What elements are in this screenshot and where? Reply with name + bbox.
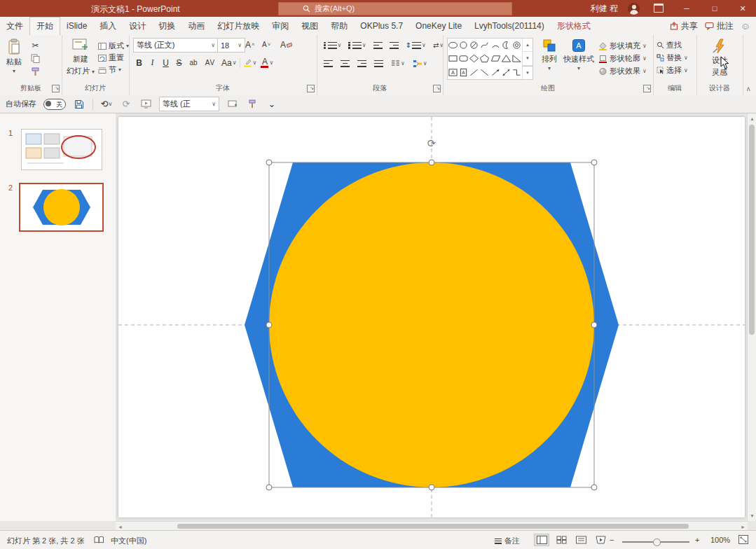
align-center-button[interactable]: [339, 57, 351, 69]
italic-button[interactable]: I: [146, 57, 158, 69]
autosave-toggle[interactable]: 关: [43, 99, 66, 110]
close-button[interactable]: ✕: [734, 4, 752, 13]
zoom-slider-knob[interactable]: [653, 538, 661, 546]
tab-design[interactable]: 设计: [123, 17, 152, 35]
rotation-handle[interactable]: ⟳: [427, 137, 437, 149]
paragraph-dialog-launcher[interactable]: ↘: [433, 85, 441, 92]
zoom-out-button[interactable]: −: [610, 536, 614, 544]
numbering-button[interactable]: ∨: [347, 39, 367, 51]
convert-to-smartart-button[interactable]: ∨: [411, 57, 429, 69]
handle-top-right[interactable]: [591, 160, 597, 165]
bullets-button[interactable]: ∨: [322, 39, 343, 51]
decrease-font-size-button[interactable]: A˅: [261, 39, 272, 50]
handle-bottom-center[interactable]: [429, 485, 434, 490]
slide-1-thumbnail[interactable]: [21, 129, 102, 170]
undo-button[interactable]: ⟲∨: [100, 98, 113, 111]
horizontal-scroll-thumb[interactable]: [177, 524, 689, 529]
shape-effects-button[interactable]: 形状效果∨: [598, 65, 647, 77]
shape-donut-icon[interactable]: [511, 39, 522, 52]
paste-button[interactable]: 粘贴 ▾: [4, 39, 25, 74]
tab-animations[interactable]: 动画: [181, 17, 211, 35]
font-name-dropdown[interactable]: ∨: [211, 43, 215, 48]
slide-counter[interactable]: 幻灯片 第 2 张, 共 2 张: [7, 536, 85, 546]
tab-islide[interactable]: iSlide: [60, 17, 93, 35]
collapse-ribbon-button[interactable]: ˄: [746, 85, 750, 93]
handle-bottom-right[interactable]: [591, 485, 597, 490]
select-button[interactable]: 选择∨: [657, 64, 688, 76]
qat-format-painter-button[interactable]: [246, 98, 259, 111]
tab-help[interactable]: 帮助: [324, 17, 354, 35]
circle-shape[interactable]: [269, 162, 594, 487]
character-spacing-button[interactable]: AV: [202, 57, 219, 69]
shape-no-symbol-icon[interactable]: [469, 39, 479, 52]
text-shadow-button[interactable]: ab: [186, 57, 200, 69]
tab-insert[interactable]: 插入: [93, 17, 123, 35]
start-slideshow-button[interactable]: [139, 98, 152, 111]
shape-double-arrow-icon[interactable]: [501, 66, 511, 79]
slide-sorter-view-button[interactable]: [554, 534, 569, 546]
gallery-scroll-up[interactable]: ▲: [523, 39, 532, 52]
shape-arc-icon[interactable]: [490, 39, 501, 52]
zoom-slider[interactable]: [622, 541, 689, 543]
shape-diamond-icon[interactable]: [469, 52, 479, 65]
tab-transitions[interactable]: 切换: [152, 17, 181, 35]
tab-shape-format[interactable]: 形状格式: [551, 17, 597, 35]
section-button[interactable]: 节▾: [98, 64, 129, 76]
shape-oval-icon[interactable]: [448, 39, 458, 52]
line-spacing-button[interactable]: ⇕ ∨: [404, 39, 427, 51]
font-color-button[interactable]: A ∨: [259, 57, 275, 69]
maximize-button[interactable]: □: [706, 4, 724, 13]
minimize-button[interactable]: ─: [678, 4, 696, 13]
search-box[interactable]: 搜索(Alt+Q): [278, 2, 512, 15]
text-highlight-button[interactable]: ∨: [242, 57, 259, 69]
tab-okplus[interactable]: OKPlus 5.7: [354, 17, 409, 35]
underline-button[interactable]: U: [160, 57, 172, 69]
quick-styles-button[interactable]: A 快速样式 ▾: [563, 39, 594, 71]
new-slide-dropdown[interactable]: ▾: [92, 69, 95, 75]
customize-qat-button[interactable]: ⌄: [266, 98, 278, 111]
tab-slideshow[interactable]: 幻灯片放映: [211, 17, 266, 35]
shape-line-icon[interactable]: [469, 66, 479, 79]
font-size-dropdown[interactable]: ∨: [238, 43, 242, 48]
ribbon-display-options-button[interactable]: [650, 4, 668, 14]
shape-triangle-icon[interactable]: [501, 52, 511, 65]
increase-font-size-button[interactable]: A˄: [244, 39, 256, 50]
comments-button[interactable]: 批注: [705, 20, 734, 32]
paste-dropdown[interactable]: ▾: [13, 69, 15, 74]
spellcheck-icon[interactable]: [94, 536, 104, 544]
slideshow-view-button[interactable]: [593, 534, 608, 546]
handle-top-left[interactable]: [266, 160, 272, 165]
gallery-scroll-down[interactable]: ▼: [523, 52, 532, 65]
align-right-button[interactable]: [356, 57, 368, 69]
feedback-smiley-icon[interactable]: ☺: [741, 20, 750, 32]
tab-file[interactable]: 文件: [0, 17, 29, 35]
tab-lvyhtools[interactable]: LvyhTools(201114): [468, 17, 551, 35]
language-indicator[interactable]: 中文(中国): [111, 536, 146, 546]
bold-button[interactable]: B: [133, 57, 145, 69]
shape-moon-icon[interactable]: [501, 39, 511, 52]
arrange-button[interactable]: 排列 ▾: [537, 39, 562, 71]
clear-formatting-button[interactable]: A: [279, 39, 294, 50]
clipboard-dialog-launcher[interactable]: ↘: [52, 85, 60, 92]
qat-font-combo[interactable]: 等线 (正 ∨: [159, 97, 219, 111]
strikethrough-button[interactable]: S: [173, 57, 185, 69]
shape-parallelogram-icon[interactable]: [490, 52, 501, 65]
tab-view[interactable]: 视图: [295, 17, 324, 35]
scroll-right-arrow[interactable]: ►: [741, 524, 745, 529]
shape-right-triangle-icon[interactable]: [511, 52, 522, 65]
user-name[interactable]: 利健 程: [591, 3, 618, 15]
redo-button[interactable]: ⟳: [120, 98, 132, 111]
shape-line-diagonal-icon[interactable]: [479, 66, 490, 79]
scroll-up-arrow[interactable]: ▲: [750, 116, 755, 121]
normal-view-button[interactable]: [534, 534, 549, 546]
shape-circle-icon[interactable]: [458, 39, 469, 52]
gallery-more-button[interactable]: ▼: [523, 66, 532, 79]
drawing-dialog-launcher[interactable]: ↘: [643, 85, 651, 92]
shape-textbox-icon[interactable]: A: [448, 66, 458, 79]
font-name-combo[interactable]: 等线 (正文) ∨: [133, 38, 219, 53]
slide-2-thumbnail[interactable]: [19, 183, 104, 232]
shape-rounded-rectangle-icon[interactable]: [458, 52, 469, 65]
design-ideas-button[interactable]: 设计 灵感: [702, 39, 737, 78]
find-button[interactable]: 查找: [657, 39, 688, 51]
vertical-scrollbar[interactable]: ▲ ▼: [747, 113, 756, 521]
